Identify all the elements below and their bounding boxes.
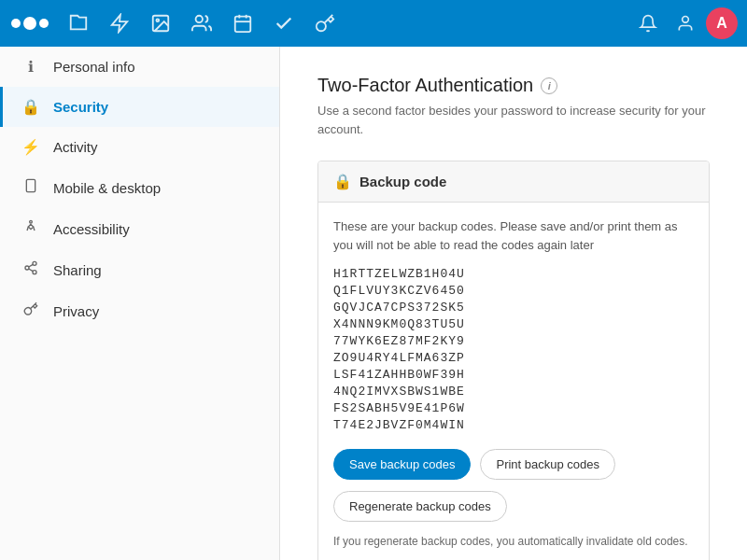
backup-primary-actions: Save backup codes Print backup codes bbox=[333, 449, 694, 480]
activity-nav-icon[interactable] bbox=[101, 5, 138, 42]
activity-sidebar-icon: ⚡ bbox=[21, 138, 40, 156]
svg-point-8 bbox=[683, 17, 689, 23]
notifications-icon[interactable] bbox=[631, 7, 665, 40]
user-status-icon[interactable] bbox=[669, 7, 702, 40]
sidebar-item-accessibility[interactable]: Accessibility bbox=[0, 208, 279, 249]
backup-code-section: 🔒 Backup code These are your backup code… bbox=[317, 161, 710, 560]
backup-code-item: ZO9U4RY4LFMA63ZP bbox=[333, 351, 694, 365]
svg-point-11 bbox=[30, 220, 33, 223]
backup-code-item: 4NQ2IMVXSBWS1WBE bbox=[333, 385, 694, 399]
regenerate-backup-codes-button[interactable]: Regenerate backup codes bbox=[333, 491, 507, 522]
page-title: Two-Factor Authentication bbox=[317, 75, 533, 96]
top-navigation: A bbox=[0, 0, 747, 47]
backup-code-item: GQVJCA7CPS372SK5 bbox=[333, 301, 694, 315]
files-nav-icon[interactable] bbox=[60, 5, 97, 42]
backup-body: These are your backup codes. Please save… bbox=[318, 203, 709, 560]
sidebar-label-privacy: Privacy bbox=[53, 303, 99, 319]
mobile-icon bbox=[21, 178, 40, 197]
privacy-icon bbox=[21, 301, 40, 320]
sidebar: ℹ Personal info 🔒 Security ⚡ Activity Mo… bbox=[0, 47, 280, 560]
sidebar-item-sharing[interactable]: Sharing bbox=[0, 249, 279, 290]
calendar-nav-icon[interactable] bbox=[224, 5, 261, 42]
sidebar-item-mobile-desktop[interactable]: Mobile & desktop bbox=[0, 167, 279, 208]
backup-header-label: Backup code bbox=[359, 174, 446, 189]
tasks-nav-icon[interactable] bbox=[265, 5, 303, 42]
svg-line-16 bbox=[29, 264, 34, 267]
tfa-info-icon[interactable]: i bbox=[541, 77, 557, 94]
svg-rect-9 bbox=[26, 179, 35, 191]
accessibility-icon bbox=[21, 219, 40, 238]
svg-marker-0 bbox=[112, 15, 128, 32]
nextcloud-logo[interactable] bbox=[9, 5, 50, 42]
backup-code-item: T74E2JBVZF0M4WIN bbox=[333, 418, 694, 432]
backup-code-item: H1RTTZELWZB1H04U bbox=[333, 267, 694, 281]
svg-line-15 bbox=[29, 269, 34, 272]
backup-lock-icon: 🔒 bbox=[333, 173, 352, 190]
lock-nav-icon: 🔒 bbox=[21, 98, 40, 116]
sidebar-label-accessibility: Accessibility bbox=[53, 221, 130, 237]
regenerate-row: Regenerate backup codes bbox=[333, 491, 694, 522]
svg-point-13 bbox=[25, 266, 29, 270]
backup-codes-list: H1RTTZELWZB1H04UQ1FLVUY3KCZV6450GQVJCA7C… bbox=[333, 267, 694, 432]
svg-point-12 bbox=[33, 261, 36, 265]
sidebar-label-sharing: Sharing bbox=[53, 262, 102, 278]
svg-point-2 bbox=[156, 19, 159, 21]
backup-warning-text: These are your backup codes. Please save… bbox=[333, 217, 694, 254]
sidebar-label-personal-info: Personal info bbox=[53, 59, 135, 75]
svg-rect-4 bbox=[235, 17, 251, 32]
sidebar-item-activity[interactable]: ⚡ Activity bbox=[0, 127, 279, 167]
sidebar-item-personal-info[interactable]: ℹ Personal info bbox=[0, 47, 279, 87]
contacts-nav-icon[interactable] bbox=[183, 5, 220, 42]
sidebar-item-privacy[interactable]: Privacy bbox=[0, 290, 279, 331]
passwords-nav-icon[interactable] bbox=[306, 5, 344, 42]
backup-code-item: X4NNN9KM0Q83TU5U bbox=[333, 317, 694, 331]
backup-code-header: 🔒 Backup code bbox=[318, 161, 709, 203]
user-avatar[interactable]: A bbox=[706, 7, 738, 39]
photos-nav-icon[interactable] bbox=[142, 5, 179, 42]
page-title-row: Two-Factor Authentication i bbox=[317, 75, 710, 96]
sharing-icon bbox=[21, 260, 40, 279]
sidebar-label-mobile-desktop: Mobile & desktop bbox=[53, 180, 161, 196]
backup-code-item: 77WYK6EZ87MF2KY9 bbox=[333, 334, 694, 348]
info-icon: ℹ bbox=[21, 58, 40, 76]
sidebar-label-security: Security bbox=[53, 99, 108, 115]
backup-code-item: LSF41ZAHHB0WF39H bbox=[333, 368, 694, 382]
svg-point-3 bbox=[196, 16, 203, 22]
main-content: Two-Factor Authentication i Use a second… bbox=[280, 47, 747, 560]
section-description: Use a second factor besides your passwor… bbox=[317, 102, 710, 138]
backup-code-item: FS2SABH5V9E41P6W bbox=[333, 401, 694, 415]
sidebar-item-security[interactable]: 🔒 Security bbox=[0, 87, 279, 127]
backup-code-item: Q1FLVUY3KCZV6450 bbox=[333, 284, 694, 298]
sidebar-label-activity: Activity bbox=[53, 139, 98, 155]
backup-footer-note: If you regenerate backup codes, you auto… bbox=[333, 533, 694, 550]
svg-point-14 bbox=[33, 271, 36, 274]
save-backup-codes-button[interactable]: Save backup codes bbox=[333, 449, 471, 480]
print-backup-codes-button[interactable]: Print backup codes bbox=[480, 449, 615, 480]
